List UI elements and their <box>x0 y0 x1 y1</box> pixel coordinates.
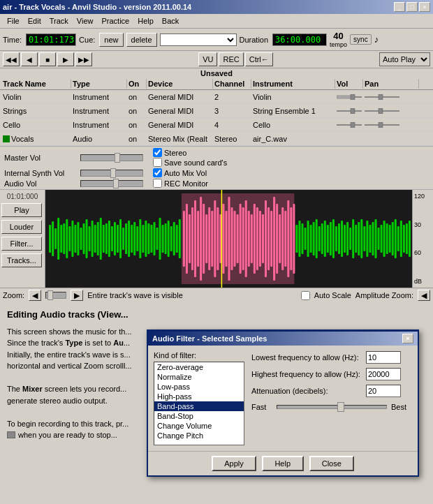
quality-slider[interactable] <box>277 405 387 409</box>
sync-btn[interactable]: sync <box>350 34 372 45</box>
internal-synth-thumb[interactable] <box>110 168 116 178</box>
menu-file[interactable]: File <box>3 15 24 27</box>
svg-rect-60 <box>179 219 181 258</box>
rewind-btn[interactable]: ◀ <box>21 52 38 66</box>
filter-item-change-volume[interactable]: Change Volume <box>154 421 244 431</box>
track-row-strings[interactable]: Strings Instrument on General MIDI 3 Str… <box>0 104 433 118</box>
auto-scale-checkbox[interactable] <box>301 291 310 300</box>
mixer-area: Master Vol Stereo Save sound card's Inte… <box>0 146 433 190</box>
svg-rect-23 <box>74 225 76 253</box>
tempo-label: tempo <box>330 41 347 48</box>
quality-fast-label: Fast <box>251 403 272 411</box>
menu-back[interactable]: Back <box>158 15 183 27</box>
filter-item-high-pass[interactable]: High-pass <box>154 392 244 401</box>
menu-edit[interactable]: Edit <box>24 15 45 27</box>
track-row-cello[interactable]: Cello Instrument on General MIDI 4 Cello <box>0 118 433 132</box>
cue-new-btn[interactable]: new <box>99 33 123 47</box>
attenuation-label: Attenuation (decibels): <box>251 387 363 395</box>
filter-item-band-pass[interactable]: Band-pass <box>154 401 244 411</box>
svg-rect-22 <box>71 221 73 257</box>
rec-btn[interactable]: REC <box>219 52 243 66</box>
stereo-label: Stereo <box>164 149 186 157</box>
internal-synth-slider[interactable] <box>80 170 143 177</box>
zoom-in-btn[interactable]: ▶ <box>71 290 83 301</box>
svg-rect-79 <box>231 207 233 270</box>
dialog-close-btn[interactable]: × <box>402 334 413 343</box>
violin-pan <box>363 94 419 100</box>
filter-item-change-pitch[interactable]: Change Pitch <box>154 431 244 440</box>
svg-rect-40 <box>122 228 124 250</box>
svg-rect-92 <box>267 207 270 270</box>
vu-btn[interactable]: VU <box>198 52 217 66</box>
auto-play-select[interactable]: Auto Play Play Once Loop <box>379 52 430 66</box>
stop-btn[interactable]: ■ <box>39 52 56 66</box>
menu-practice[interactable]: Practice <box>97 15 133 27</box>
db-scale: 120 30 60 dB <box>412 190 433 288</box>
menu-help[interactable]: Help <box>133 15 158 27</box>
main-area: 01:01:000 Play Louder Filter... Tracks..… <box>0 190 433 288</box>
svg-rect-74 <box>216 207 219 270</box>
filter-button[interactable]: Filter... <box>1 237 42 251</box>
filter-item-band-stop[interactable]: Band-Stop <box>154 411 244 421</box>
zoom-slider[interactable] <box>45 292 66 299</box>
attenuation-input[interactable] <box>366 385 401 397</box>
quality-thumb[interactable] <box>337 402 344 412</box>
tempo-box: 40 tempo <box>330 31 347 48</box>
filter-item-zero-average[interactable]: Zero-average <box>154 362 244 372</box>
ctrl-btn[interactable]: Ctrl← <box>245 52 273 66</box>
maximize-btn[interactable]: □ <box>406 2 418 12</box>
cue-dropdown[interactable] <box>160 34 237 46</box>
save-sound-checkbox[interactable] <box>153 158 162 167</box>
internal-synth-label: Internal Synth Vol <box>4 169 78 177</box>
svg-rect-8 <box>379 108 383 114</box>
vocals-on: on <box>127 135 147 143</box>
cue-delete-btn[interactable]: delete <box>126 33 157 47</box>
audio-vol-thumb[interactable] <box>113 179 119 188</box>
zoom-bar: Zoom: ◀ ▶ Entire track's wave is visible… <box>0 288 433 302</box>
app-title: air - Track Vocals - Anvil Studio - vers… <box>3 3 191 11</box>
apply-btn[interactable]: Apply <box>212 456 256 471</box>
highest-freq-label: Highest frequency to allow (Hz): <box>251 370 363 378</box>
minimize-btn[interactable]: _ <box>394 2 405 12</box>
stereo-checkbox[interactable] <box>153 148 162 157</box>
audio-vol-row: Audio Vol REC Monitor <box>4 179 429 188</box>
tracks-button[interactable]: Tracks... <box>1 253 42 267</box>
master-vol-thumb[interactable] <box>115 153 120 163</box>
svg-rect-50 <box>150 225 152 253</box>
waveform-container[interactable] <box>45 190 412 288</box>
filter-listbox[interactable]: Zero-average Normalize Low-pass High-pas… <box>154 362 244 445</box>
close-btn[interactable]: Close <box>309 456 354 471</box>
time-label: Time: <box>3 36 22 44</box>
play-btn[interactable]: ▶ <box>57 52 74 66</box>
zoom-thumb[interactable] <box>47 290 53 300</box>
svg-rect-43 <box>131 225 133 253</box>
svg-rect-55 <box>165 223 167 254</box>
auto-mix-row: Auto Mix Vol <box>153 168 207 177</box>
play-button[interactable]: Play <box>1 203 42 217</box>
svg-rect-118 <box>341 221 343 257</box>
menu-track[interactable]: Track <box>45 15 73 27</box>
rec-monitor-checkbox[interactable] <box>153 179 162 188</box>
filter-item-normalize[interactable]: Normalize <box>154 372 244 382</box>
window-controls[interactable]: _ □ × <box>394 2 430 12</box>
zoom-out-btn[interactable]: ◀ <box>29 290 41 301</box>
help-btn[interactable]: Help <box>262 456 304 471</box>
svg-rect-31 <box>97 222 99 255</box>
master-vol-slider[interactable] <box>80 154 143 161</box>
prev-btn[interactable]: ◀◀ <box>3 52 20 66</box>
lowest-freq-input[interactable] <box>366 351 401 364</box>
svg-rect-27 <box>86 219 88 258</box>
louder-button[interactable]: Louder <box>1 220 42 234</box>
close-btn[interactable]: × <box>419 2 430 12</box>
track-row-vocals[interactable]: Vocals Audio on Stereo Mix (Realt Stereo… <box>0 132 433 146</box>
amp-zoom-out-btn[interactable]: ◀ <box>418 290 430 301</box>
track-row-violin[interactable]: Violin Instrument on General MIDI 2 Viol… <box>0 90 433 104</box>
svg-rect-95 <box>276 204 278 274</box>
filter-item-low-pass[interactable]: Low-pass <box>154 382 244 392</box>
highest-freq-input[interactable] <box>366 368 401 380</box>
auto-mix-checkbox[interactable] <box>153 168 162 177</box>
filter-kind-label: Kind of filter: <box>154 351 244 360</box>
audio-vol-slider[interactable] <box>80 180 143 187</box>
forward-btn[interactable]: ▶▶ <box>75 52 92 66</box>
menu-view[interactable]: View <box>73 15 98 27</box>
